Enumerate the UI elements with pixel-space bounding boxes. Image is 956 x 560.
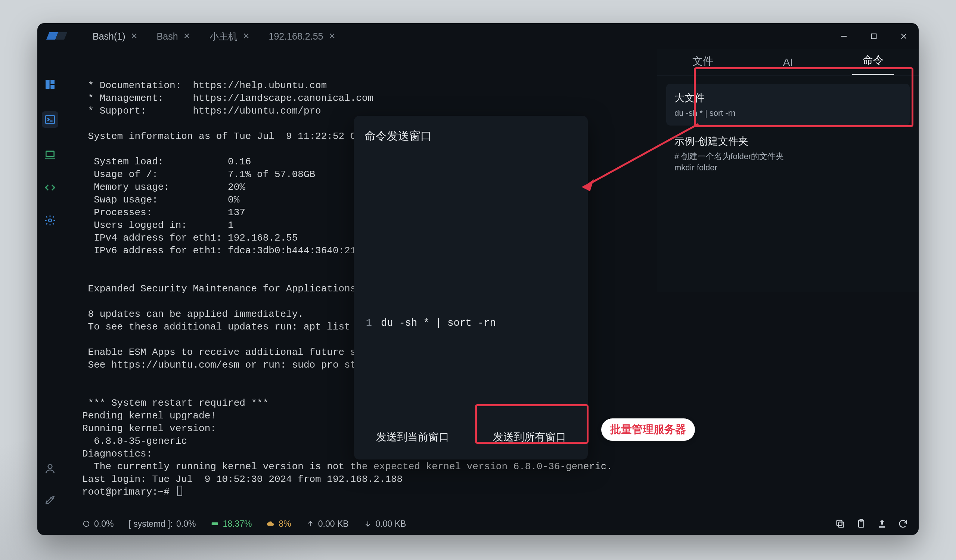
- svg-rect-4: [46, 80, 50, 89]
- tab-ai[interactable]: AI: [773, 50, 803, 75]
- status-upload-value: 0.00 KB: [318, 519, 349, 529]
- tab-label: 192.168.2.55: [269, 31, 323, 42]
- status-download-value: 0.00 KB: [376, 519, 406, 529]
- status-bar: 0.0% [ systemd ]: 0.0% 18.37% 8% 0.00 KB…: [37, 513, 919, 535]
- snippet-title: 示例-创建文件夹: [675, 134, 901, 148]
- svg-rect-6: [50, 85, 55, 89]
- cloud-icon: [267, 520, 275, 528]
- svg-rect-13: [838, 522, 844, 527]
- close-button[interactable]: [889, 23, 919, 49]
- dialog-title: 命令发送窗口: [354, 116, 588, 148]
- status-systemd-label: [ systemd ]:: [129, 519, 173, 529]
- tab-xiaozhuji[interactable]: 小主机 ✕: [200, 25, 259, 48]
- send-all-button[interactable]: 发送到所有窗口: [471, 415, 588, 459]
- status-disk-value: 8%: [278, 519, 291, 529]
- command-send-dialog: 命令发送窗口 1 du -sh * | sort -rn 发送到当前窗口 发送到…: [354, 116, 588, 459]
- send-current-button[interactable]: 发送到当前窗口: [354, 415, 471, 459]
- refresh-icon[interactable]: [898, 519, 908, 529]
- status-download: 0.00 KB: [364, 519, 406, 529]
- gear-icon[interactable]: [44, 214, 56, 227]
- svg-rect-12: [212, 522, 218, 525]
- status-cpu-value: 0.0%: [94, 519, 113, 529]
- tab-bash1[interactable]: Bash(1) ✕: [83, 26, 147, 47]
- tab-bash[interactable]: Bash ✕: [147, 26, 200, 47]
- circle-icon: [82, 520, 90, 528]
- tab-ip[interactable]: 192.168.2.55 ✕: [259, 26, 345, 47]
- right-panel: 文件 AI 命令 大文件 du -sh * | sort -rn 示例-创建文件…: [657, 49, 919, 292]
- status-right-icons: [835, 519, 908, 529]
- status-cpu: 0.0%: [82, 519, 113, 529]
- left-rail: [37, 49, 63, 513]
- tab-label: 小主机: [209, 30, 237, 42]
- status-disk: 8%: [267, 519, 291, 529]
- snippet-card-mkdir[interactable]: 示例-创建文件夹 # 创建一个名为folder的文件夹 mkdir folder: [666, 132, 910, 180]
- tab-file[interactable]: 文件: [682, 47, 724, 75]
- status-mem: 18.37%: [211, 519, 252, 529]
- svg-point-10: [48, 464, 52, 469]
- status-systemd: [ systemd ]: 0.0%: [129, 519, 196, 529]
- svg-point-9: [49, 219, 52, 222]
- svg-rect-14: [837, 521, 842, 525]
- close-icon[interactable]: ✕: [329, 31, 335, 41]
- status-systemd-value: 0.0%: [176, 519, 196, 529]
- dialog-buttons: 发送到当前窗口 发送到所有窗口: [354, 415, 588, 459]
- app-logo-icon: [46, 29, 68, 43]
- rocket-icon[interactable]: [44, 494, 56, 506]
- memory-icon: [211, 520, 219, 528]
- tab-cmd[interactable]: 命令: [852, 46, 894, 75]
- app-window: Bash(1) ✕ Bash ✕ 小主机 ✕ 192.168.2.55 ✕: [37, 23, 919, 535]
- svg-rect-1: [872, 34, 876, 39]
- titlebar: Bash(1) ✕ Bash ✕ 小主机 ✕ 192.168.2.55 ✕: [37, 23, 919, 49]
- close-icon[interactable]: ✕: [243, 31, 250, 41]
- terminal-icon[interactable]: [42, 111, 58, 128]
- copy-icon[interactable]: [835, 519, 846, 529]
- right-panel-tabs: 文件 AI 命令: [657, 49, 919, 76]
- dialog-editor[interactable]: 1 du -sh * | sort -rn: [354, 318, 588, 329]
- window-controls: [829, 23, 919, 49]
- dialog-command-text: du -sh * | sort -rn: [381, 318, 496, 329]
- upload-icon[interactable]: [877, 519, 887, 529]
- close-icon[interactable]: ✕: [183, 31, 190, 41]
- snippet-title: 大文件: [675, 91, 901, 105]
- cursor-icon: [177, 486, 182, 496]
- code-icon[interactable]: [44, 182, 56, 193]
- status-upload: 0.00 KB: [306, 519, 349, 529]
- tab-label: Bash(1): [93, 31, 126, 42]
- snippet-body: # 创建一个名为folder的文件夹 mkdir folder: [675, 151, 901, 173]
- svg-point-11: [83, 521, 89, 527]
- status-mem-value: 18.37%: [223, 519, 252, 529]
- snippet-card-bigfile[interactable]: 大文件 du -sh * | sort -rn: [666, 84, 910, 126]
- arrow-up-icon: [306, 520, 314, 528]
- tab-label: Bash: [157, 31, 178, 42]
- dashboard-icon[interactable]: [44, 79, 56, 90]
- left-rail-bottom: [37, 462, 63, 506]
- maximize-button[interactable]: [859, 23, 889, 49]
- user-icon[interactable]: [44, 462, 56, 475]
- snippet-body: du -sh * | sort -rn: [675, 108, 901, 119]
- command-snippet-list: 大文件 du -sh * | sort -rn 示例-创建文件夹 # 创建一个名…: [657, 76, 919, 188]
- laptop-icon[interactable]: [44, 149, 56, 160]
- line-number: 1: [365, 318, 372, 329]
- tab-strip: Bash(1) ✕ Bash ✕ 小主机 ✕ 192.168.2.55 ✕: [83, 25, 345, 48]
- svg-rect-5: [50, 80, 55, 84]
- svg-rect-7: [46, 115, 55, 123]
- arrow-down-icon: [364, 520, 372, 528]
- paste-icon[interactable]: [856, 519, 866, 529]
- close-icon[interactable]: ✕: [131, 31, 137, 41]
- svg-rect-8: [46, 151, 54, 157]
- minimize-button[interactable]: [829, 23, 859, 49]
